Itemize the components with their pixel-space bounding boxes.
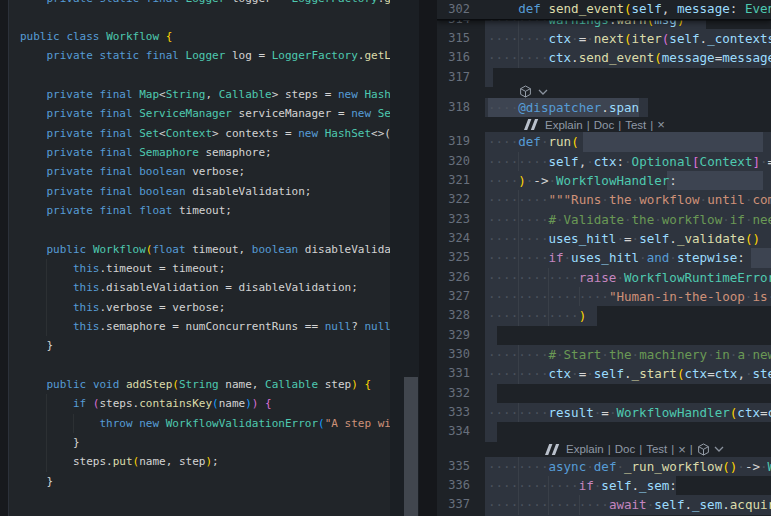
code-line-315: 315········ctx·=·next(iter(self._context… <box>437 29 771 48</box>
code-line-327: 327················"Human-in-the-loop·is… <box>437 287 771 306</box>
line-number: 317 <box>437 68 470 87</box>
code-line-328: 328············) <box>437 306 771 325</box>
pane-divider <box>419 0 437 516</box>
code-line-332: 332 <box>437 384 771 403</box>
package-icon[interactable] <box>697 443 710 456</box>
left-scrollbar-area <box>390 0 419 516</box>
code-line-334: 334 <box>437 422 771 441</box>
code-line-335: 335········async·def·_run_workflow()·->·… <box>437 457 771 476</box>
code-line-320: 320········self,·ctx:·Optional[Context]·… <box>437 152 771 171</box>
code-line-330: 330········#·Start·the·machinery·in·a·ne… <box>437 345 771 364</box>
code-editor-screen: private static final Logger logger = Log… <box>0 0 771 516</box>
test-action[interactable]: Test <box>646 443 667 455</box>
line-number: 302 <box>437 0 470 19</box>
line-number: 322 <box>437 190 470 209</box>
action-separator: | <box>667 443 678 455</box>
doc-action[interactable]: Doc <box>615 443 635 455</box>
code-line-326: 326············raise·WorkflowRuntimeErro… <box>437 268 771 287</box>
line-number: 323 <box>437 210 470 229</box>
code-line <box>0 220 390 239</box>
chevron-down-icon[interactable] <box>714 446 724 452</box>
code-line: this.disableValidation = disableValidati… <box>0 278 390 297</box>
code-line: private static final Logger logger = Log… <box>0 0 390 8</box>
explain-action[interactable]: Explain <box>566 443 604 455</box>
action-separator: | <box>583 119 594 131</box>
code-line: this.verbose = verbose; <box>0 298 390 317</box>
line-number: 320 <box>437 152 470 171</box>
code-line <box>0 66 390 85</box>
code-line: } <box>0 472 390 491</box>
line-number: 334 <box>437 422 470 441</box>
action-separator: | <box>635 443 646 455</box>
inline-tool-row[interactable] <box>437 87 771 98</box>
explain-action[interactable]: Explain <box>545 119 583 131</box>
python-code-block: 314········warnings.warn(msg)315········… <box>437 10 771 516</box>
line-number: 325 <box>437 248 470 267</box>
package-icon[interactable] <box>519 85 532 98</box>
code-line: private static final Logger log = Logger… <box>0 46 390 65</box>
ai-assistant-icon <box>545 444 560 455</box>
chevron-down-icon[interactable] <box>538 89 548 95</box>
right-editor-pane[interactable]: 314········warnings.warn(msg)315········… <box>437 0 771 516</box>
code-line <box>0 8 390 27</box>
code-line: private final Semaphore semaphore; <box>0 143 390 162</box>
sticky-scroll-header[interactable]: 302 def send_event(self, message: Event)… <box>437 0 771 19</box>
line-number: 336 <box>437 476 470 495</box>
code-line: public class Workflow { <box>0 27 390 46</box>
action-separator: | <box>604 443 615 455</box>
code-line-333: 333········result·=·WorkflowHandler(ctx=… <box>437 403 771 422</box>
ai-assistant-icon <box>524 119 539 130</box>
scrollbar-thumb[interactable] <box>404 377 418 516</box>
line-number: 333 <box>437 403 470 422</box>
code-line: private final boolean disableValidation; <box>0 182 390 201</box>
code-line: steps.put(name, step); <box>0 452 390 471</box>
line-number: 335 <box>437 457 470 476</box>
code-line-336: 336············if·self._sem: <box>437 476 771 495</box>
code-line: throw new WorkflowValidationError("A ste… <box>0 414 390 433</box>
code-line-331: 331········ctx·=·self._start(ctx=ctx,·st… <box>437 364 771 383</box>
action-separator: | <box>646 119 657 131</box>
code-line: private final Map<String, Callable> step… <box>0 85 390 104</box>
code-line-322: 322········"""Runs·the·workflow·until·co… <box>437 190 771 209</box>
line-number: 321 <box>437 171 470 190</box>
close-icon[interactable]: × <box>657 118 665 131</box>
code-line: } <box>0 336 390 355</box>
code-line: private final boolean verbose; <box>0 162 390 181</box>
line-number: 326 <box>437 268 470 287</box>
line-number: 327 <box>437 287 470 306</box>
code-line-324: 324········uses_hitl·=·self._validate() <box>437 229 771 248</box>
line-number: 330 <box>437 345 470 364</box>
ai-actions-row[interactable]: Explain|Doc|Test|×| <box>437 442 771 457</box>
left-editor-pane[interactable]: private static final Logger logger = Log… <box>0 0 390 516</box>
close-icon[interactable]: × <box>678 443 686 456</box>
code-line: if (steps.containsKey(name)) { <box>0 394 390 413</box>
action-separator: | <box>614 119 625 131</box>
code-line-337: 337················await·self._sem.acqui… <box>437 495 771 514</box>
ai-actions-row[interactable]: Explain|Doc|Test|× <box>437 117 771 132</box>
code-line-323: 323········#·Validate·the·workflow·if·ne… <box>437 210 771 229</box>
test-action[interactable]: Test <box>625 119 646 131</box>
action-separator: | <box>686 443 697 455</box>
code-line: public void addStep(String name, Callabl… <box>0 375 390 394</box>
code-line: private final Set<Context> contexts = ne… <box>0 124 390 143</box>
line-number: 318 <box>437 98 470 117</box>
line-number: 316 <box>437 48 470 67</box>
java-code-block: private static final Logger logger = Log… <box>0 0 390 491</box>
code-line: this.semaphore = numConcurrentRuns == nu… <box>0 317 390 336</box>
line-number: 329 <box>437 326 470 345</box>
code-line-329: 329 <box>437 326 771 345</box>
code-line: this.timeout = timeout; <box>0 259 390 278</box>
line-number: 324 <box>437 229 470 248</box>
line-number: 315 <box>437 29 470 48</box>
code-line-321: 321····)·->·WorkflowHandler: <box>437 171 771 190</box>
line-number: 337 <box>437 495 470 514</box>
line-number: 319 <box>437 132 470 151</box>
line-number: 332 <box>437 384 470 403</box>
code-line: public Workflow(float timeout, boolean d… <box>0 240 390 259</box>
line-number: 331 <box>437 364 470 383</box>
code-line-317: 317 <box>437 68 771 87</box>
code-line <box>0 356 390 375</box>
code-line-319: 319····def·run( <box>437 132 771 151</box>
code-line-316: 316········ctx.send_event(message=messag… <box>437 48 771 67</box>
doc-action[interactable]: Doc <box>594 119 614 131</box>
